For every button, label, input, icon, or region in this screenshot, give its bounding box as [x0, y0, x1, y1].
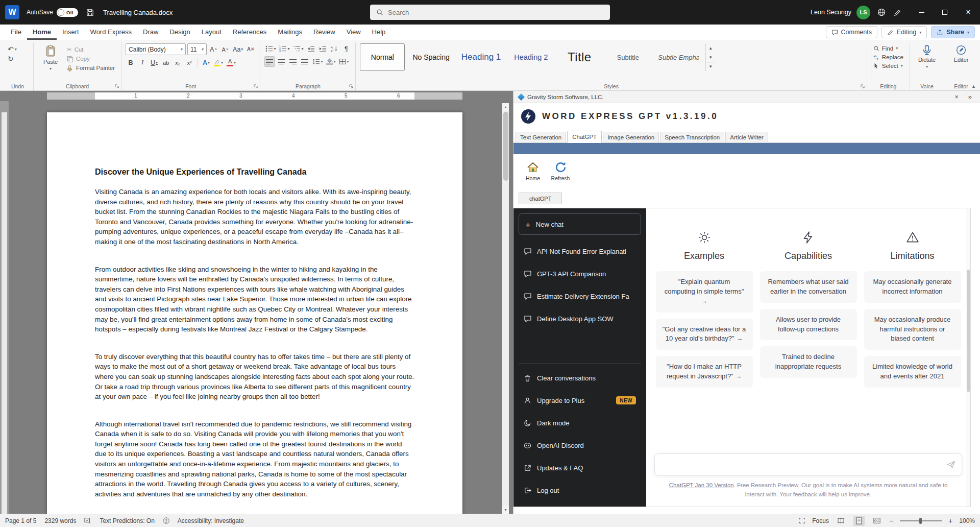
collapse-ribbon-icon[interactable]: ▲ — [971, 84, 976, 89]
dark-mode-item[interactable]: Dark mode — [519, 412, 641, 434]
proofing-icon[interactable] — [84, 517, 91, 524]
style-subtle-emphasis[interactable]: Subtle Emphasis — [654, 43, 699, 71]
menu-tab-review[interactable]: Review — [308, 25, 341, 40]
document-scrollbar[interactable]: ▲ ▼ — [502, 103, 509, 514]
tab-chatgpt[interactable]: ChatGPT — [567, 131, 602, 143]
styles-scroll-up-icon[interactable]: ▲ — [706, 43, 715, 53]
zoom-in-button[interactable]: + — [948, 517, 952, 525]
example-card[interactable]: "Explain quantum computing in simple ter… — [656, 271, 753, 313]
focus-icon[interactable] — [799, 517, 805, 524]
addin-close-icon[interactable]: × — [951, 93, 962, 101]
style-heading-1[interactable]: Heading 1 — [457, 43, 505, 71]
window-close-button[interactable]: × — [957, 0, 980, 25]
cut-button[interactable]: ✂Cut — [65, 45, 117, 54]
zoom-out-button[interactable]: − — [889, 517, 893, 525]
highlight-button[interactable]: ▾ — [213, 57, 224, 68]
menu-tab-mailings[interactable]: Mailings — [272, 25, 308, 40]
menu-tab-design[interactable]: Design — [164, 25, 195, 40]
multilevel-list-button[interactable]: ▾ — [292, 43, 304, 54]
tab-text-generation[interactable]: Text Generation — [516, 132, 566, 143]
tab-article-writer[interactable]: Article Writer — [725, 132, 768, 143]
menu-tab-view[interactable]: View — [341, 25, 366, 40]
print-layout-icon[interactable] — [853, 516, 865, 526]
pen-icon[interactable] — [894, 9, 901, 16]
accessibility-icon[interactable] — [163, 517, 169, 524]
example-card[interactable]: "Got any creative ideas for a 10 year ol… — [656, 319, 753, 350]
document-page[interactable]: Discover the Unique Experiences of Trave… — [47, 112, 462, 514]
save-icon[interactable] — [86, 9, 94, 16]
style-title[interactable]: Title — [557, 43, 602, 71]
align-right-button[interactable] — [288, 56, 298, 67]
style-no-spacing[interactable]: No Spacing — [408, 43, 453, 71]
menu-tab-home[interactable]: Home — [27, 25, 57, 40]
clear-formatting-button[interactable]: A — [246, 44, 256, 55]
style-subtitle[interactable]: Subtitle — [605, 43, 650, 71]
sheet-tab-chatgpt[interactable]: chatGPT — [519, 193, 562, 204]
conversation-item[interactable]: API Not Found Error Explanati — [519, 240, 641, 262]
borders-button[interactable]: ▾ — [338, 56, 350, 67]
horizontal-ruler[interactable]: 1 2 3 4 5 6 — [0, 91, 513, 101]
font-dialog-launcher-icon[interactable] — [253, 84, 258, 89]
tab-speech-transcription[interactable]: Speech Transcription — [660, 132, 724, 143]
window-maximize-button[interactable] — [933, 0, 957, 25]
undo-button[interactable]: ↶▾ — [6, 45, 29, 53]
style-heading-2[interactable]: Heading 2 — [508, 43, 553, 71]
pilcrow-button[interactable]: ¶ — [341, 43, 351, 54]
select-button[interactable]: Select▾ — [871, 62, 905, 69]
menu-tab-help[interactable]: Help — [366, 25, 391, 40]
scroll-down-icon[interactable]: ▼ — [502, 506, 509, 514]
dictate-button[interactable]: Dictate ▾ — [914, 43, 940, 70]
example-card[interactable]: "How do I make an HTTP request in Javasc… — [656, 356, 753, 388]
autosave-toggle[interactable]: Off — [57, 8, 78, 17]
zoom-level[interactable]: 100% — [959, 517, 975, 524]
addin-popout-icon[interactable]: » — [965, 93, 975, 101]
strikethrough-button[interactable]: ab — [161, 57, 171, 68]
editor-button[interactable]: Editor — [948, 43, 974, 64]
chat-input[interactable] — [661, 461, 946, 469]
web-layout-icon[interactable] — [871, 516, 883, 526]
vertical-ruler[interactable] — [0, 101, 9, 514]
menu-tab-insert[interactable]: Insert — [57, 25, 85, 40]
scrollbar-track[interactable] — [502, 111, 509, 506]
chat-scrollbar-thumb[interactable] — [967, 270, 970, 392]
font-color-button[interactable]: A▾ — [226, 57, 237, 68]
italic-button[interactable]: I — [137, 57, 148, 68]
user-name[interactable]: Leon Securigy — [811, 9, 851, 16]
style-normal[interactable]: Normal — [360, 43, 405, 71]
increase-indent-button[interactable] — [317, 43, 328, 54]
styles-scroll-down-icon[interactable]: ▼ — [706, 53, 715, 62]
refresh-button[interactable]: Refresh — [548, 161, 573, 181]
numbered-list-button[interactable]: 123▾ — [278, 43, 290, 54]
styles-expand-icon[interactable]: ▼ — [706, 62, 715, 71]
conversation-item-partial[interactable] — [519, 330, 641, 335]
conversation-item[interactable]: GPT-3 API Comparison — [519, 262, 641, 285]
share-button[interactable]: Share▾ — [931, 26, 975, 38]
underline-button[interactable]: U▾ — [149, 57, 159, 68]
format-painter-button[interactable]: Format Painter — [65, 64, 117, 72]
clipboard-dialog-launcher-icon[interactable] — [114, 84, 119, 89]
log-out-item[interactable]: Log out — [519, 479, 641, 501]
upgrade-to-plus-item[interactable]: Upgrade to PlusNEW — [519, 389, 641, 412]
replace-button[interactable]: abReplace — [871, 53, 905, 61]
line-spacing-button[interactable]: ▾ — [311, 56, 324, 67]
menu-tab-word-express[interactable]: Word Express — [85, 25, 137, 40]
send-icon[interactable] — [946, 460, 955, 469]
clear-conversations-item[interactable]: Clear conversations — [519, 367, 641, 389]
menu-tab-file[interactable]: File — [5, 25, 27, 40]
align-left-button[interactable] — [264, 56, 275, 67]
window-minimize-button[interactable] — [910, 0, 933, 25]
zoom-slider-knob[interactable] — [919, 518, 922, 524]
chat-input-bar[interactable] — [654, 453, 962, 476]
subscript-button[interactable]: x₂ — [173, 57, 183, 68]
bullet-list-button[interactable]: ▾ — [264, 43, 277, 54]
new-chat-button[interactable]: +New chat — [519, 213, 641, 235]
accessibility-status[interactable]: Accessibility: Investigate — [178, 517, 244, 524]
editing-mode-button[interactable]: Editing▾ — [881, 26, 927, 38]
scroll-up-icon[interactable]: ▲ — [502, 103, 509, 111]
find-button[interactable]: Find▾ — [871, 44, 905, 52]
paragraph-dialog-launcher-icon[interactable] — [349, 84, 354, 89]
chat-scrollbar[interactable] — [966, 208, 970, 507]
bold-button[interactable]: B — [126, 57, 136, 68]
superscript-button[interactable]: x² — [184, 57, 194, 68]
menu-tab-references[interactable]: References — [227, 25, 272, 40]
